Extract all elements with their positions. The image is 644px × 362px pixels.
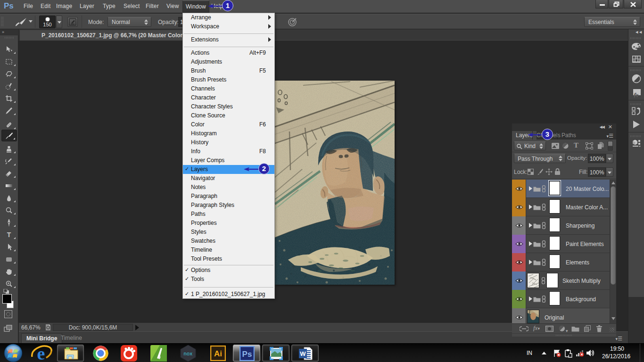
svg-text:nox: nox (183, 351, 192, 356)
svg-text:Ai: Ai (214, 349, 222, 358)
svg-text:W: W (300, 350, 306, 357)
svg-text:Ps: Ps (242, 350, 252, 359)
svg-text:fx: fx (634, 91, 638, 98)
svg-text:T: T (7, 231, 11, 239)
